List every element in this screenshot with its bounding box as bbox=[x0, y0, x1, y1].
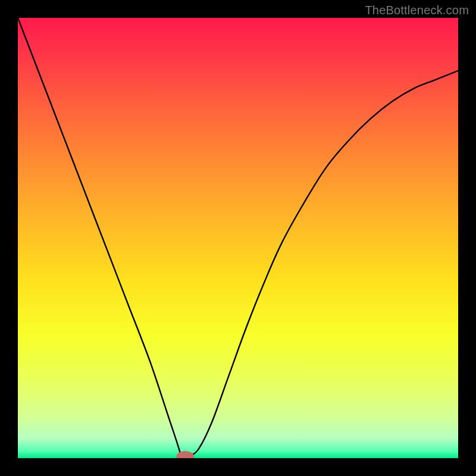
watermark-text: TheBottleneck.com bbox=[365, 4, 469, 17]
gradient-background bbox=[18, 18, 458, 458]
bottleneck-curve-chart bbox=[18, 18, 458, 458]
plot-area bbox=[18, 18, 458, 458]
chart-frame: TheBottleneck.com bbox=[0, 0, 476, 476]
